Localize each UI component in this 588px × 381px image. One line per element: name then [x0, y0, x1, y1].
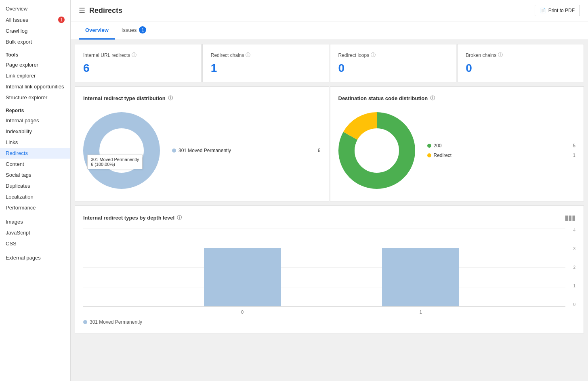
grid-line-1	[83, 287, 565, 287]
donut-left-legend: 301 Moved Permanently 6	[172, 148, 321, 153]
stat-value-redirect-chains: 1	[211, 62, 321, 75]
sidebar-item-performance[interactable]: Performance	[0, 202, 70, 213]
donut-right-info-icon[interactable]: ⓘ	[430, 95, 435, 102]
page-header: ☰ Redirects 📄 Print to PDF	[71, 0, 588, 21]
y-label-1: 1	[567, 284, 575, 288]
donut-left-info-icon[interactable]: ⓘ	[168, 95, 173, 102]
donut-right-svg	[338, 112, 415, 189]
stat-card-redirect-loops: Redirect loops ⓘ 0	[330, 44, 457, 82]
bar-0	[204, 248, 281, 307]
donut-right-title: Destination status code distribution ⓘ	[338, 95, 576, 102]
internal-url-redirects-info-icon[interactable]: ⓘ	[132, 52, 136, 59]
issues-tab-badge: 1	[139, 26, 146, 33]
print-to-pdf-button[interactable]: 📄 Print to PDF	[535, 5, 580, 16]
sidebar-item-images[interactable]: Images	[0, 216, 70, 227]
redirect-loops-info-icon[interactable]: ⓘ	[371, 52, 376, 59]
bar-1	[382, 248, 459, 307]
donut-chart-right: Destination status code distribution ⓘ	[330, 86, 584, 201]
bar-chart-icon[interactable]: ▮▮▮	[565, 214, 575, 222]
tab-overview[interactable]: Overview	[79, 21, 115, 40]
sidebar: Overview All Issues 1 Crawl log Bulk exp…	[0, 0, 71, 381]
tooltip-label: 301 Moved Permanently	[91, 157, 139, 162]
donut-left-chart: 301 Moved Permanently 6 (100.00%)	[83, 112, 160, 189]
main-content: ☰ Redirects 📄 Print to PDF Overview Issu…	[71, 0, 588, 381]
legend-item-redirect: Redirect 1	[427, 153, 576, 158]
legend-dot-redirect	[427, 153, 431, 157]
sidebar-item-external-pages[interactable]: External pages	[0, 252, 70, 263]
sidebar-item-duplicates[interactable]: Duplicates	[0, 180, 70, 191]
donut-chart-left: Internal redirect type distribution ⓘ 30…	[75, 86, 329, 201]
y-label-3: 3	[567, 247, 575, 251]
bar-legend-dot	[83, 320, 87, 324]
sidebar-item-crawl-log[interactable]: Crawl log	[0, 25, 70, 36]
print-icon: 📄	[540, 8, 546, 13]
donut-right-chart	[338, 112, 415, 189]
stat-card-redirect-chains: Redirect chains ⓘ 1	[202, 44, 329, 82]
y-label-4: 4	[567, 228, 575, 232]
donut-right-legend: 200 5 Redirect 1	[427, 143, 576, 158]
sidebar-item-bulk-export[interactable]: Bulk export	[0, 36, 70, 47]
sidebar-item-content[interactable]: Content	[0, 159, 70, 170]
svg-point-4	[363, 136, 391, 165]
sidebar-item-links[interactable]: Links	[0, 137, 70, 148]
sidebar-item-structure-explorer[interactable]: Structure explorer	[0, 92, 70, 103]
tab-bar: Overview Issues 1	[71, 21, 588, 40]
sidebar-item-localization[interactable]: Localization	[0, 191, 70, 202]
sidebar-item-redirects[interactable]: Redirects	[0, 148, 70, 159]
sidebar-item-page-explorer[interactable]: Page explorer	[0, 59, 70, 70]
header-left: ☰ Redirects	[79, 6, 122, 15]
donut-left-tooltip: 301 Moved Permanently 6 (100.00%)	[87, 155, 143, 169]
stat-value-broken-chains: 0	[466, 62, 575, 75]
reports-section-title: Reports	[0, 103, 70, 115]
bar-chart-info-icon[interactable]: ⓘ	[177, 214, 182, 221]
stat-card-internal-url-redirects: Internal URL redirects ⓘ 6	[75, 44, 202, 82]
donut-left-svg	[83, 112, 160, 189]
content-area: Overview Issues 1 Internal URL redirects…	[71, 21, 588, 381]
bar-legend-label: 301 Moved Permanently	[90, 319, 142, 325]
sidebar-item-social-tags[interactable]: Social tags	[0, 170, 70, 180]
grid-line-2	[83, 267, 565, 268]
sidebar-item-all-issues[interactable]: All Issues 1	[0, 14, 70, 25]
bar-legend: 301 Moved Permanently	[83, 319, 142, 325]
sidebar-item-internal-pages[interactable]: Internal pages	[0, 115, 70, 126]
all-issues-badge: 1	[58, 17, 65, 23]
bar-chart-title: Internal redirect types by depth level ⓘ…	[83, 214, 575, 222]
x-label-1: 1	[382, 310, 459, 314]
y-axis: 4 3 2 1 0	[567, 228, 575, 307]
tab-issues[interactable]: Issues 1	[115, 21, 153, 40]
grid-line-4	[83, 228, 565, 228]
grid-line-3	[83, 248, 565, 248]
legend-item-200: 200 5	[427, 143, 576, 149]
tools-section-title: Tools	[0, 47, 70, 59]
broken-chains-info-icon[interactable]: ⓘ	[498, 52, 503, 59]
hamburger-icon[interactable]: ☰	[79, 6, 85, 15]
page-title: Redirects	[89, 6, 122, 15]
redirect-chains-info-icon[interactable]: ⓘ	[246, 52, 250, 59]
sidebar-item-css[interactable]: CSS	[0, 238, 70, 249]
stats-row: Internal URL redirects ⓘ 6 Redirect chai…	[71, 40, 588, 82]
donut-left-title: Internal redirect type distribution ⓘ	[83, 95, 321, 102]
stat-value-redirect-loops: 0	[338, 62, 448, 75]
sidebar-item-javascript[interactable]: JavaScript	[0, 227, 70, 238]
donut-charts-row: Internal redirect type distribution ⓘ 30…	[71, 82, 588, 201]
y-label-2: 2	[567, 265, 575, 270]
legend-dot-200	[427, 144, 431, 148]
bar-chart-card: Internal redirect types by depth level ⓘ…	[75, 205, 584, 333]
legend-item-301: 301 Moved Permanently 6	[172, 148, 321, 153]
tooltip-count: 6 (100.00%)	[91, 162, 139, 167]
bar-chart-container: 4 3 2 1 0 0	[83, 228, 575, 325]
donut-left-area: 301 Moved Permanently 6 (100.00%) 301 Mo…	[83, 108, 321, 193]
stat-value-internal-url-redirects: 6	[83, 62, 193, 75]
stat-card-broken-chains: Broken chains ⓘ 0	[457, 44, 584, 82]
legend-dot-301	[172, 149, 176, 153]
sidebar-item-link-explorer[interactable]: Link explorer	[0, 70, 70, 81]
y-label-0: 0	[567, 302, 575, 307]
chart-area: 0 1	[83, 228, 565, 307]
sidebar-item-internal-link-opportunities[interactable]: Internal link opportunities	[0, 81, 70, 92]
sidebar-item-indexability[interactable]: Indexability	[0, 126, 70, 137]
x-label-0: 0	[204, 310, 281, 314]
donut-right-area: 200 5 Redirect 1	[338, 108, 576, 193]
sidebar-item-overview[interactable]: Overview	[0, 3, 70, 14]
